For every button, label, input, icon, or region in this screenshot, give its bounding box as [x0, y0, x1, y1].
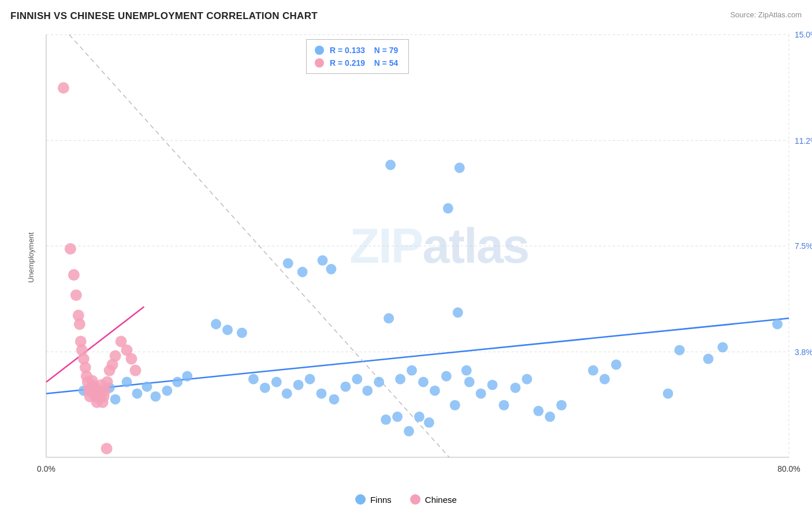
chart-container: FINNISH VS CHINESE UNEMPLOYMENT CORRELAT…: [0, 0, 812, 515]
svg-point-61: [511, 383, 521, 393]
svg-text:15.0%: 15.0%: [795, 30, 812, 39]
svg-point-43: [283, 258, 293, 268]
svg-point-79: [599, 374, 610, 385]
legend-text-chinese: R = 0.219 N = 54: [330, 58, 398, 68]
svg-point-115: [130, 365, 141, 376]
legend-row-finns: R = 0.133 N = 79: [315, 46, 398, 55]
svg-point-54: [443, 203, 453, 214]
svg-point-42: [374, 377, 384, 387]
svg-point-47: [383, 313, 394, 323]
legend-text-finns: R = 0.133 N = 79: [330, 46, 398, 55]
svg-point-48: [395, 374, 405, 385]
svg-line-14: [46, 307, 144, 382]
scatter-chart: .grid-line { stroke: #ddd; stroke-width:…: [46, 35, 789, 457]
svg-point-31: [248, 374, 259, 385]
svg-point-75: [404, 426, 414, 436]
svg-point-38: [329, 394, 339, 405]
svg-point-70: [772, 319, 783, 329]
svg-point-80: [611, 360, 621, 370]
svg-text:80.0%: 80.0%: [777, 464, 800, 473]
svg-point-57: [464, 377, 475, 387]
svg-point-73: [381, 415, 391, 425]
svg-point-52: [441, 371, 452, 382]
svg-point-24: [150, 391, 161, 402]
svg-point-51: [430, 386, 440, 396]
chart-area: ZIPatlas .grid-line { stroke: #ddd; stro…: [46, 35, 789, 457]
svg-point-108: [102, 376, 113, 388]
svg-point-41: [362, 386, 373, 396]
svg-point-77: [424, 417, 434, 428]
svg-point-68: [703, 354, 713, 364]
bottom-legend-finns: Finns: [355, 494, 392, 505]
svg-point-22: [132, 389, 143, 399]
svg-point-32: [260, 383, 270, 393]
svg-point-50: [418, 377, 429, 387]
bottom-label-finns: Finns: [370, 495, 392, 505]
svg-point-55: [455, 163, 465, 173]
svg-point-74: [392, 412, 403, 422]
svg-point-20: [110, 394, 121, 405]
svg-point-69: [717, 342, 728, 352]
svg-point-39: [340, 382, 351, 392]
svg-point-82: [65, 243, 76, 255]
svg-point-29: [222, 324, 233, 335]
bottom-dot-finns: [355, 494, 366, 505]
legend-row-chinese: R = 0.219 N = 54: [315, 58, 398, 68]
svg-text:11.2%: 11.2%: [795, 136, 812, 145]
svg-point-76: [414, 412, 424, 422]
svg-point-21: [122, 377, 132, 387]
svg-point-114: [126, 353, 137, 365]
svg-point-65: [556, 400, 567, 410]
svg-point-81: [58, 82, 69, 94]
svg-point-35: [293, 380, 304, 390]
svg-point-116: [101, 443, 113, 454]
svg-point-23: [141, 382, 152, 392]
svg-point-60: [499, 400, 509, 410]
svg-point-56: [453, 307, 463, 318]
svg-point-34: [282, 389, 292, 399]
bottom-legend: Finns Chinese: [355, 494, 457, 505]
svg-point-64: [545, 412, 555, 422]
svg-point-37: [316, 389, 327, 399]
svg-point-59: [487, 380, 498, 390]
svg-point-46: [326, 264, 336, 274]
source-label: Source: ZipAtlas.com: [730, 10, 802, 19]
svg-point-62: [522, 374, 532, 385]
bottom-label-chinese: Chinese: [425, 495, 457, 505]
svg-point-111: [110, 350, 121, 361]
svg-point-71: [450, 400, 460, 410]
chart-title: FINNISH VS CHINESE UNEMPLOYMENT CORRELAT…: [10, 10, 318, 22]
svg-point-53: [385, 160, 396, 170]
svg-point-58: [476, 389, 486, 399]
svg-point-25: [162, 386, 172, 396]
svg-point-33: [271, 377, 282, 387]
svg-point-45: [318, 255, 328, 266]
svg-point-83: [68, 269, 80, 281]
svg-text:3.8%: 3.8%: [795, 347, 812, 356]
svg-point-27: [182, 371, 192, 382]
svg-text:0.0%: 0.0%: [37, 464, 55, 473]
bottom-dot-chinese: [410, 494, 420, 505]
svg-point-26: [172, 377, 182, 387]
svg-point-49: [407, 365, 417, 376]
svg-point-78: [588, 365, 598, 376]
legend-box: R = 0.133 N = 79 R = 0.219 N = 54: [306, 39, 409, 74]
svg-point-36: [305, 374, 315, 385]
bottom-legend-chinese: Chinese: [410, 494, 457, 505]
legend-dot-finns: [315, 46, 324, 55]
y-axis-label: Unemployment: [27, 232, 35, 282]
svg-point-84: [70, 289, 82, 301]
svg-point-67: [675, 345, 685, 355]
svg-line-13: [46, 318, 789, 393]
svg-text:7.5%: 7.5%: [795, 241, 812, 251]
svg-point-40: [352, 374, 362, 385]
svg-point-28: [211, 319, 221, 329]
legend-dot-chinese: [315, 58, 324, 68]
svg-point-66: [663, 389, 673, 399]
svg-point-86: [74, 318, 85, 330]
svg-point-44: [297, 267, 308, 277]
svg-point-30: [237, 327, 247, 338]
svg-point-63: [533, 406, 543, 416]
svg-point-72: [461, 365, 472, 376]
